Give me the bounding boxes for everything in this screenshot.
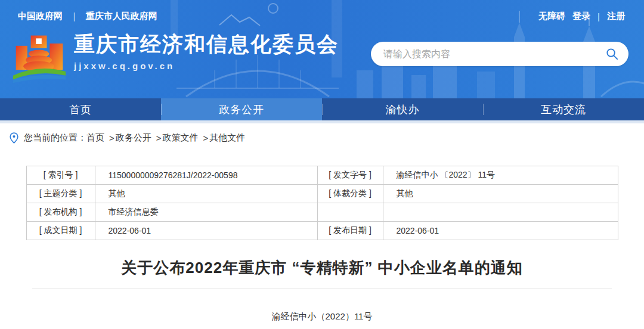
- breadcrumb-other-files[interactable]: 其他文件: [209, 132, 245, 144]
- link-china-gov[interactable]: 中国政府网: [18, 11, 63, 22]
- breadcrumb-separator: >: [109, 133, 114, 143]
- top-bar-links: 中国政府网 ｜ 重庆市人民政府网: [18, 11, 157, 22]
- page: 中国政府网 ｜ 重庆市人民政府网 无障碍 登录 | 注册: [0, 0, 644, 329]
- meta-label-issuing-agency: [ 发布机构 ]: [26, 203, 95, 222]
- breadcrumb-separator: >: [203, 133, 209, 143]
- meta-label-doc-symbol: [ 发文字号 ]: [317, 166, 383, 185]
- main-nav: 首页 政务公开 渝快办 互动交流: [0, 98, 644, 120]
- breadcrumb-policy-files[interactable]: 政策文件: [163, 132, 199, 144]
- meta-label-genre-category: [ 体裁分类 ]: [317, 185, 383, 203]
- meta-value-doc-symbol: 渝经信中小 〔2022〕 11号: [383, 166, 618, 185]
- breadcrumb-prefix: 您当前的位置：: [24, 132, 86, 144]
- nav-item-gov-disclosure[interactable]: 政务公开: [161, 98, 322, 120]
- meta-value-empty: [383, 203, 618, 222]
- site-header: 中国政府网 ｜ 重庆市人民政府网 无障碍 登录 | 注册: [0, 0, 644, 98]
- document-number: 渝经信中小（2022）11号: [0, 311, 644, 322]
- breadcrumb-separator: >: [156, 133, 162, 143]
- document-meta-table: [ 索引号 ] 11500000009276281J/2022-00598 [ …: [26, 166, 618, 240]
- meta-value-subject-category: 其他: [95, 185, 317, 203]
- register-link[interactable]: 注册: [607, 11, 625, 22]
- meta-label-publish-date: [ 发布日期 ]: [317, 222, 383, 240]
- meta-label-empty: [317, 203, 383, 222]
- breadcrumb: 您当前的位置： 首页 > 政务公开 > 政策文件 > 其他文件: [0, 123, 644, 151]
- site-logo-icon[interactable]: [12, 30, 67, 85]
- table-row: [ 发布机构 ] 市经济信息委: [26, 203, 618, 222]
- auth-separator: |: [597, 11, 600, 21]
- breadcrumb-home[interactable]: 首页: [86, 132, 104, 144]
- accessibility-link[interactable]: 无障碍: [538, 11, 565, 22]
- meta-label-index-number: [ 索引号 ]: [26, 166, 95, 185]
- search-icon[interactable]: [605, 47, 619, 61]
- login-link[interactable]: 登录: [572, 11, 590, 22]
- top-bar-separator: ｜: [70, 11, 79, 22]
- meta-value-genre-category: 其他: [383, 185, 618, 203]
- meta-label-written-date: [ 成文日期 ]: [26, 222, 95, 240]
- meta-value-publish-date: 2022-06-01: [383, 222, 618, 240]
- link-chongqing-gov[interactable]: 重庆市人民政府网: [86, 11, 157, 22]
- article-title: 关于公布2022年重庆市 “专精特新” 中小企业名单的通知: [0, 257, 644, 278]
- site-url: jjxxw.cq.gov.cn: [74, 61, 339, 71]
- table-row: [ 索引号 ] 11500000009276281J/2022-00598 [ …: [26, 166, 618, 185]
- meta-value-index-number: 11500000009276281J/2022-00598: [95, 166, 317, 185]
- location-pin-icon: [10, 132, 18, 144]
- table-row: [ 成文日期 ] 2022-06-01 [ 发布日期 ] 2022-06-01: [26, 222, 618, 240]
- search-box: [371, 42, 628, 66]
- title-divider: [32, 288, 612, 289]
- nav-item-yukuaiban[interactable]: 渝快办: [322, 98, 483, 120]
- brand-text: 重庆市经济和信息化委员会 jjxxw.cq.gov.cn: [74, 30, 339, 71]
- nav-item-interaction[interactable]: 互动交流: [483, 98, 644, 120]
- meta-value-written-date: 2022-06-01: [95, 222, 317, 240]
- top-bar: 中国政府网 ｜ 重庆市人民政府网 无障碍 登录 | 注册: [0, 0, 644, 27]
- meta-label-subject-category: [ 主题分类 ]: [26, 185, 95, 203]
- site-name[interactable]: 重庆市经济和信息化委员会: [74, 32, 339, 56]
- nav-item-home[interactable]: 首页: [0, 98, 161, 120]
- meta-value-issuing-agency: 市经济信息委: [95, 203, 317, 222]
- table-row: [ 主题分类 ] 其他 [ 体裁分类 ] 其他: [26, 185, 618, 203]
- breadcrumb-gov-disclosure[interactable]: 政务公开: [116, 132, 151, 144]
- search-input[interactable]: [383, 49, 605, 60]
- top-bar-actions: 无障碍 登录 | 注册: [538, 11, 625, 22]
